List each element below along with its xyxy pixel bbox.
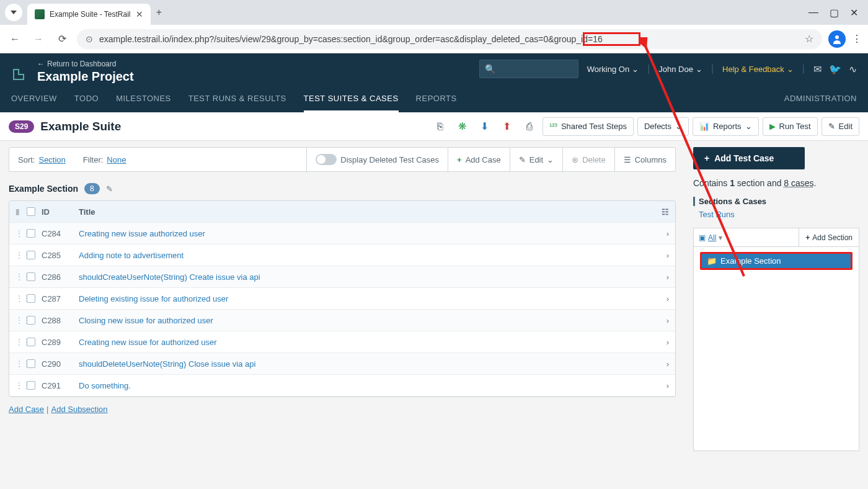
add-subsection-link[interactable]: Add Subsection (51, 405, 107, 414)
tab-close-icon[interactable]: ✕ (136, 9, 143, 19)
maximize-icon[interactable]: ▢ (830, 7, 839, 19)
drag-handle-icon[interactable]: ⋮⋮ (16, 294, 20, 303)
table-row[interactable]: ⋮⋮C289Creating new issue for authorized … (9, 331, 675, 353)
add-section-button[interactable]: + Add Section (799, 228, 859, 246)
case-title-link[interactable]: shouldDeleteUserNote(String) Close issue… (79, 359, 650, 369)
forward-button[interactable]: → (30, 30, 47, 48)
bookmark-icon[interactable]: ☆ (805, 33, 813, 45)
run-test-button[interactable]: ▶Run Test (763, 117, 818, 136)
title-header[interactable]: Title (79, 207, 650, 217)
working-on-dropdown[interactable]: Working On ⌄ (587, 65, 639, 74)
twitter-icon[interactable]: 🐦 (829, 63, 841, 75)
tab-todo[interactable]: TODO (74, 87, 99, 112)
row-chevron-icon[interactable]: › (657, 359, 669, 369)
defects-dropdown[interactable]: Defects ⌄ (637, 117, 689, 136)
user-dropdown[interactable]: John Doe ⌄ (658, 65, 702, 74)
browser-menu-icon[interactable]: ⋮ (852, 33, 862, 45)
table-row[interactable]: ⋮⋮C285Adding note to advertisement› (9, 244, 675, 266)
drag-handle-icon[interactable]: ⋮⋮ (16, 338, 20, 346)
reports-dropdown[interactable]: 📊Reports ⌄ (693, 117, 759, 136)
row-chevron-icon[interactable]: › (657, 272, 669, 282)
tab-list-dropdown[interactable] (5, 4, 22, 21)
table-row[interactable]: ⋮⋮C290shouldDeleteUserNote(String) Close… (9, 353, 675, 375)
add-test-case-button[interactable]: + Add Test Case (693, 147, 805, 169)
profile-avatar[interactable] (828, 30, 846, 48)
row-chevron-icon[interactable]: › (657, 338, 669, 347)
reload-button[interactable]: ⟳ (53, 30, 71, 48)
print-icon[interactable]: ⎙ (520, 117, 539, 136)
tab-milestones[interactable]: MILESTONES (116, 87, 171, 112)
close-window-icon[interactable]: ✕ (850, 7, 858, 19)
browser-tab[interactable]: Example Suite - TestRail ✕ (27, 4, 151, 25)
drag-handle-icon[interactable]: ⋮⋮ (16, 381, 20, 390)
all-sections-link[interactable]: All (708, 233, 716, 242)
case-title-link[interactable]: Creating new issue authorized user (79, 229, 650, 238)
row-checkbox[interactable] (27, 316, 35, 325)
table-row[interactable]: ⋮⋮C288Closing new issue for authorized u… (9, 310, 675, 331)
drag-handle-icon[interactable]: ⋮⋮ (16, 316, 20, 325)
copy-icon[interactable]: ⎘ (431, 117, 450, 136)
row-chevron-icon[interactable]: › (657, 294, 669, 303)
select-all-checkbox[interactable] (27, 207, 35, 216)
sidebar-tab-runs[interactable]: Test Runs (693, 210, 859, 219)
import-icon[interactable]: ⬇ (476, 117, 494, 136)
edit-section-icon[interactable]: ✎ (106, 184, 113, 194)
columns-action[interactable]: ☰ Columns (614, 148, 675, 171)
edit-suite-button[interactable]: ✎Edit (822, 117, 859, 136)
row-checkbox[interactable] (27, 359, 35, 368)
sidebar-tab-sections[interactable]: Sections & Cases (693, 197, 859, 206)
row-checkbox[interactable] (27, 251, 35, 259)
add-case-link[interactable]: Add Case (9, 405, 44, 414)
tab-runs[interactable]: TEST RUNS & RESULTS (188, 87, 286, 112)
back-button[interactable]: ← (6, 30, 24, 48)
tab-reports[interactable]: REPORTS (416, 87, 457, 112)
case-title-link[interactable]: Deleting existing issue for authorized u… (79, 294, 650, 303)
tab-administration[interactable]: ADMINISTRATION (784, 87, 857, 112)
export-icon[interactable]: ⬆ (498, 117, 516, 136)
sort-link[interactable]: Section (38, 155, 65, 164)
table-row[interactable]: ⋮⋮C286shouldCreateUserNote(String) Creat… (9, 266, 675, 288)
row-chevron-icon[interactable]: › (657, 229, 669, 238)
case-title-link[interactable]: Creating new issue for authorized user (79, 338, 650, 347)
help-feedback-dropdown[interactable]: Help & Feedback ⌄ (722, 65, 794, 74)
tree-expand-icon[interactable]: ▣ (699, 233, 706, 242)
tree-item-example-section[interactable]: 📁 Example Section (700, 252, 852, 270)
drag-handle-icon[interactable]: ⋮⋮ (16, 359, 20, 368)
mail-icon[interactable]: ✉ (813, 63, 822, 75)
drag-handle-icon[interactable]: ⋮⋮ (16, 272, 20, 281)
row-chevron-icon[interactable]: › (657, 316, 669, 325)
shared-steps-button[interactable]: ¹²³Shared Test Steps (542, 117, 634, 136)
row-checkbox[interactable] (27, 272, 35, 281)
edit-dropdown[interactable]: ✎ Edit ⌄ (510, 148, 562, 171)
new-tab-button[interactable]: + (151, 4, 168, 21)
rss-icon[interactable]: ∿ (849, 63, 857, 75)
case-title-link[interactable]: Adding note to advertisement (79, 251, 650, 260)
row-checkbox[interactable] (27, 338, 35, 346)
drag-handle-icon[interactable]: ⋮⋮ (16, 251, 20, 259)
row-chevron-icon[interactable]: › (657, 381, 669, 390)
refresh-icon[interactable]: ❋ (453, 117, 472, 136)
case-title-link[interactable]: Do something. (79, 381, 650, 390)
delete-action[interactable]: ⊗ Delete (562, 148, 614, 171)
address-bar[interactable]: ⊙ example.testrail.io/index.php?/suites/… (77, 29, 822, 49)
table-row[interactable]: ⋮⋮C287Deleting existing issue for author… (9, 288, 675, 310)
minimize-icon[interactable]: — (808, 7, 818, 19)
table-row[interactable]: ⋮⋮C291Do something.› (9, 375, 675, 397)
columns-menu-icon[interactable]: ☷ (657, 207, 669, 217)
site-settings-icon[interactable]: ⊙ (86, 34, 93, 44)
tab-overview[interactable]: OVERVIEW (11, 87, 57, 112)
row-checkbox[interactable] (27, 294, 35, 303)
case-title-link[interactable]: Closing new issue for authorized user (79, 316, 650, 325)
drag-handle-icon[interactable]: ⋮⋮ (16, 229, 20, 238)
row-checkbox[interactable] (27, 381, 35, 390)
row-checkbox[interactable] (27, 229, 35, 238)
add-case-action[interactable]: + Add Case (448, 148, 510, 171)
deleted-toggle[interactable] (316, 154, 337, 165)
filter-link[interactable]: None (107, 155, 126, 164)
return-dashboard-link[interactable]: ← Return to Dashboard (37, 60, 134, 68)
tab-suites[interactable]: TEST SUITES & CASES (304, 87, 399, 112)
table-row[interactable]: ⋮⋮C284Creating new issue authorized user… (9, 223, 675, 244)
search-input[interactable]: 🔍 (479, 60, 578, 78)
row-chevron-icon[interactable]: › (657, 251, 669, 260)
chevron-down-icon[interactable]: ▾ (719, 233, 722, 242)
